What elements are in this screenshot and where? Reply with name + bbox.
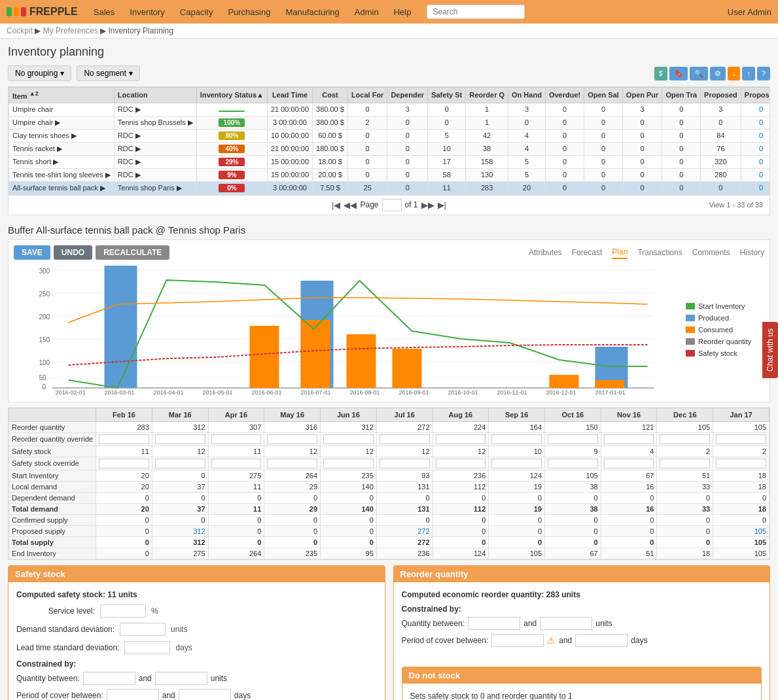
dt-cell: 0: [321, 536, 377, 548]
tab-attributes[interactable]: Attributes: [529, 247, 562, 258]
dt-row-label: End Inventory: [9, 548, 96, 559]
nav-sales[interactable]: Sales: [91, 2, 118, 22]
service-level-input[interactable]: 95: [100, 604, 146, 618]
download-icon-btn[interactable]: ↓: [728, 67, 741, 80]
dt-cell[interactable]: [208, 432, 264, 446]
chat-sidebar[interactable]: Chat with us: [762, 322, 778, 378]
dollar-icon-btn[interactable]: $: [654, 67, 667, 80]
table-row[interactable]: Tennis tee-shirt long sleeves ▶: [9, 168, 115, 181]
first-page-btn[interactable]: |◀: [332, 200, 340, 210]
dt-cell: 20: [96, 503, 152, 514]
dt-cell: 11: [208, 446, 264, 457]
settings-icon-btn[interactable]: ⚙: [710, 67, 726, 80]
table-row[interactable]: Tennis shop Paris ▶: [114, 181, 196, 194]
dt-cell: 235: [321, 470, 377, 481]
tab-history[interactable]: History: [740, 247, 764, 258]
dt-cell[interactable]: [657, 457, 713, 470]
table-row[interactable]: RDC ▶: [114, 129, 196, 142]
table-row[interactable]: Clay tennis shoes ▶: [9, 129, 115, 142]
table-row[interactable]: Umpire chair ▶: [9, 116, 115, 129]
dt-cell[interactable]: [433, 457, 489, 470]
breadcrumb-cockpit[interactable]: Cockpit: [7, 26, 33, 35]
dt-cell[interactable]: [376, 457, 433, 470]
table-row[interactable]: RDC ▶: [114, 142, 196, 155]
dt-cell[interactable]: [489, 457, 545, 470]
do-not-stock-body: Sets safety stock to 0 and reorder quant…: [402, 684, 762, 700]
dt-cell[interactable]: [657, 432, 713, 446]
dt-cell[interactable]: [264, 432, 321, 446]
dt-cell: 0: [152, 514, 208, 525]
dt-cell[interactable]: [713, 432, 769, 446]
dt-cell[interactable]: [152, 432, 208, 446]
demand-std-input[interactable]: 18: [120, 623, 166, 636]
table-row[interactable]: Umpire chair: [9, 103, 115, 116]
dt-cell[interactable]: [321, 432, 377, 446]
legend-reorder: Reorder quantity: [686, 338, 764, 345]
dt-cell[interactable]: [713, 457, 769, 470]
rq-qty-from-input[interactable]: [468, 617, 520, 630]
next-page-btn[interactable]: ▶▶: [421, 200, 434, 210]
save-button[interactable]: SAVE: [14, 245, 50, 260]
svg-text:100: 100: [39, 359, 50, 366]
table-row[interactable]: Tennis short ▶: [9, 155, 115, 168]
prev-page-btn[interactable]: ◀◀: [344, 200, 357, 210]
table-row[interactable]: RDC ▶: [114, 168, 196, 181]
ss-cover-from-input[interactable]: [107, 689, 159, 700]
table-row[interactable]: RDC ▶: [114, 103, 196, 116]
dt-cell[interactable]: [601, 457, 657, 470]
nav-capacity[interactable]: Capacity: [177, 2, 216, 22]
demand-std-unit: units: [171, 625, 187, 634]
question-icon-btn[interactable]: ?: [757, 67, 770, 80]
dt-cell: 0: [264, 525, 321, 536]
search-input[interactable]: [427, 5, 525, 19]
last-page-btn[interactable]: ▶|: [438, 200, 446, 210]
undo-button[interactable]: UNDO: [54, 245, 92, 260]
ss-qty-to-input[interactable]: [155, 672, 207, 685]
dt-cell[interactable]: [208, 457, 264, 470]
dt-cell[interactable]: [433, 432, 489, 446]
table-row[interactable]: All-surface tennis ball pack ▶: [9, 181, 115, 194]
tab-transactions[interactable]: Transactions: [637, 247, 682, 258]
dt-cell[interactable]: [376, 432, 433, 446]
ss-cover-to-input[interactable]: [179, 689, 231, 700]
ss-qty-from-input[interactable]: [83, 672, 135, 685]
rq-cover-to-input[interactable]: [575, 634, 628, 647]
dt-cell: 0: [208, 492, 264, 503]
dt-cell[interactable]: [264, 457, 321, 470]
tab-forecast[interactable]: Forecast: [572, 247, 603, 258]
rq-cover-from-input[interactable]: 90: [491, 634, 544, 647]
rq-qty-to-input[interactable]: [540, 617, 592, 630]
nav-help[interactable]: Help: [391, 2, 414, 22]
nav-inventory[interactable]: Inventory: [127, 2, 167, 22]
tab-plan[interactable]: Plan: [612, 246, 628, 259]
recalculate-button[interactable]: RECALCULATE: [96, 245, 169, 260]
th-overdue: Overdue!: [545, 88, 584, 103]
dt-cell[interactable]: [545, 432, 601, 446]
dt-cell[interactable]: [321, 457, 377, 470]
dt-cell[interactable]: [489, 432, 545, 446]
search-icon-btn[interactable]: 🔍: [690, 67, 708, 80]
bookmark-icon-btn[interactable]: 🔖: [669, 67, 688, 80]
dt-cell: 0: [208, 514, 264, 525]
table-row[interactable]: Tennis racket ▶: [9, 142, 115, 155]
breadcrumb-my-preferences[interactable]: My Preferences: [43, 26, 98, 35]
upload-icon-btn[interactable]: ↑: [742, 67, 755, 80]
grouping-dropdown[interactable]: No grouping ▾: [8, 65, 71, 81]
dt-cell[interactable]: [96, 457, 152, 470]
nav-admin[interactable]: Admin: [352, 2, 381, 22]
dt-cell[interactable]: [601, 432, 657, 446]
table-row[interactable]: Tennis shop Brussels ▶: [114, 116, 196, 129]
segment-dropdown[interactable]: No segment ▾: [77, 65, 140, 81]
nav-purchasing[interactable]: Purchasing: [225, 2, 273, 22]
dt-cell[interactable]: [96, 432, 152, 446]
dt-cell[interactable]: [152, 457, 208, 470]
legend-color-produced: [686, 315, 695, 321]
nav-manufacturing[interactable]: Manufacturing: [283, 2, 342, 22]
dt-cell[interactable]: [545, 457, 601, 470]
table-row: 0: [662, 155, 701, 168]
table-row[interactable]: RDC ▶: [114, 155, 196, 168]
page-input[interactable]: 1: [382, 199, 402, 211]
tab-comments[interactable]: Comments: [692, 247, 730, 258]
th-open-pur: Open Pur: [622, 88, 662, 103]
lead-time-std-input[interactable]: 0: [124, 641, 170, 654]
